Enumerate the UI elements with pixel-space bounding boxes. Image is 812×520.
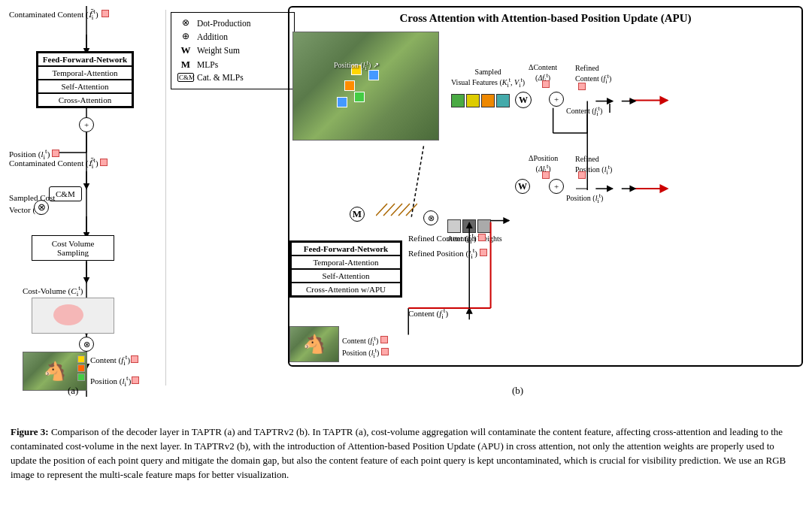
position-b-bottom: Position (lit) — [342, 347, 389, 359]
legend-dotprod-symbol: ⊗ — [177, 17, 194, 29]
self-attn-b: Self-Attention — [291, 269, 401, 283]
sampled-visual-squares — [451, 94, 510, 107]
panel-b-title: Cross Attention with Attention-based Pos… — [294, 12, 797, 25]
contaminated-content-mid-label: Contaminated Content (f̃it) — [9, 156, 108, 170]
content-right-label: Content (fit) — [566, 105, 602, 117]
w-circle-bottom: W — [515, 179, 530, 194]
caption-figure-label: Figure 3: — [11, 426, 49, 437]
legend-wsum-label: Weight Sum — [197, 46, 240, 55]
network-stack-b: Feed-Forward-Network Temporal-Attention … — [289, 240, 402, 298]
legend-cat-mlps: C&M Cat. & MLPs — [177, 73, 288, 82]
legend-cat-symbol: C&M — [177, 73, 194, 82]
otimes-a: ⊗ — [34, 200, 49, 215]
caption-text: Comparison of the decoder layer in TAPTR… — [11, 426, 786, 480]
main-container: Contaminated Content (f̃it) Feed-Forward… — [0, 0, 812, 520]
legend-mlps-symbol: M — [177, 59, 194, 71]
figure-caption: Figure 3: Comparison of the decoder laye… — [8, 425, 804, 482]
content-right-line — [607, 104, 613, 116]
legend-cat-label: Cat. & MLPs — [197, 73, 244, 82]
temporal-attn-b: Temporal-Attention — [291, 255, 401, 269]
plus-circle-a: + — [79, 117, 94, 132]
ffn-block-b: Feed-Forward-Network — [291, 242, 401, 255]
cost-volume-sampling-box: Cost VolumeSampling — [32, 235, 114, 261]
panel-a-label: (a) — [68, 385, 78, 397]
legend-add-label: Addition — [197, 32, 228, 41]
panel-b-label: (b) — [512, 385, 523, 397]
legend-weight-sum: W Weight Sum — [177, 44, 288, 56]
refined-pos-out-sq — [578, 171, 586, 179]
panel-b: Cross Attention with Attention-based Pos… — [288, 6, 803, 367]
refined-content-top-b: Refined Content (fit) — [408, 231, 486, 245]
right-section: ⊗ Dot-Production ⊕ Addition W Weight Sum… — [166, 6, 804, 397]
network-stack-a: Feed-Forward-Network Temporal-Attention … — [36, 51, 134, 108]
contaminated-content-top-label: Contaminated Content (f̃it) — [9, 8, 109, 21]
otimes-bottom: ⊗ — [79, 337, 94, 352]
position-mid-label: Position (lit) — [566, 192, 603, 204]
self-attn-a: Self-Attention — [38, 80, 132, 93]
temporal-attn-a: Temporal-Attention — [38, 66, 132, 80]
horse-image-b-large: Position (lit) ↗ — [292, 32, 439, 141]
legend-wsum-symbol: W — [177, 44, 194, 56]
position-label-a-bottom: Position (lit) — [90, 374, 139, 388]
legend-dotprod-label: Dot-Production — [197, 19, 251, 28]
legend-box: ⊗ Dot-Production ⊕ Addition W Weight Sum… — [171, 12, 295, 89]
legend-mlps: M MLPs — [177, 59, 288, 71]
legend-dot-prod: ⊗ Dot-Production — [177, 17, 288, 29]
refined-position-top-b: Refined Position (lit) — [408, 246, 487, 260]
panel-a: Contaminated Content (f̃it) Feed-Forward… — [8, 6, 165, 397]
diagram-area: Contaminated Content (f̃it) Feed-Forward… — [8, 6, 804, 404]
mlp-lines — [376, 199, 417, 223]
sampled-visual-area: SampledVisual Features (Kit, Vit) — [451, 68, 525, 107]
plus-circle-b-bottom: + — [549, 179, 564, 194]
w-circle-top: W — [515, 92, 532, 108]
legend-addition: ⊕ Addition — [177, 31, 288, 42]
legend-add-symbol: ⊕ — [177, 31, 194, 42]
ffn-block-a: Feed-Forward-Network — [38, 53, 132, 66]
plus-circle-b-top: + — [549, 92, 564, 107]
content-bottom-b: Content (fit) — [408, 307, 448, 320]
cost-volume-box — [32, 298, 114, 334]
legend-mlps-label: MLPs — [197, 60, 218, 69]
otimes-center: ⊗ — [423, 210, 438, 225]
cross-attn-apu-b: Cross-Attention w/APU — [291, 283, 401, 296]
refined-content-out-sq — [578, 83, 586, 90]
content-b-bottom: Content (fit) — [342, 335, 388, 347]
horse-image-b-small — [289, 326, 339, 362]
delta-content-sq — [542, 80, 550, 88]
delta-pos-sq — [542, 171, 550, 179]
cross-attn-a: Cross-Attention — [38, 93, 132, 107]
m-circle: M — [350, 207, 365, 222]
cost-volume-label: Cost-Volume (Cit) — [23, 284, 83, 298]
content-label-a: Content (fit) — [90, 353, 138, 367]
